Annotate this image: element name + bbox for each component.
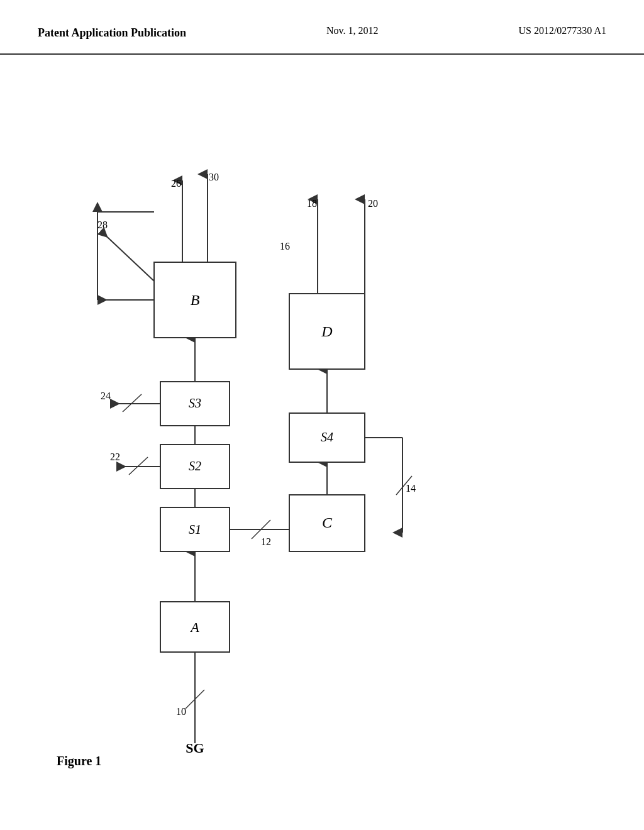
label-12: 12 xyxy=(261,536,271,547)
label-18: 18 xyxy=(307,198,317,209)
diagram-area: SG 10 A S1 12 S2 22 S3 xyxy=(0,55,644,809)
box-s1: S1 xyxy=(189,523,201,536)
label-26: 26 xyxy=(171,178,181,189)
label-14: 14 xyxy=(406,483,416,494)
box-a: A xyxy=(189,619,199,635)
box-b: B xyxy=(191,292,200,308)
label-10: 10 xyxy=(176,706,186,717)
publication-title: Patent Application Publication xyxy=(38,25,186,41)
label-20: 20 xyxy=(368,198,378,209)
page-header: Patent Application Publication Nov. 1, 2… xyxy=(0,0,644,55)
box-s4: S4 xyxy=(321,430,333,444)
patent-number: US 2012/0277330 A1 xyxy=(518,25,606,36)
box-d: D xyxy=(321,323,332,340)
label-30: 30 xyxy=(209,172,219,182)
label-24: 24 xyxy=(101,390,111,401)
figure-label: Figure 1 xyxy=(57,754,101,768)
label-16: 16 xyxy=(280,241,290,252)
label-28: 28 xyxy=(97,219,108,230)
box-s2: S2 xyxy=(189,459,201,473)
svg-line-36 xyxy=(101,231,154,281)
label-22: 22 xyxy=(110,451,120,462)
publication-date: Nov. 1, 2012 xyxy=(326,25,379,36)
box-c: C xyxy=(322,514,333,531)
box-s3: S3 xyxy=(189,396,201,410)
